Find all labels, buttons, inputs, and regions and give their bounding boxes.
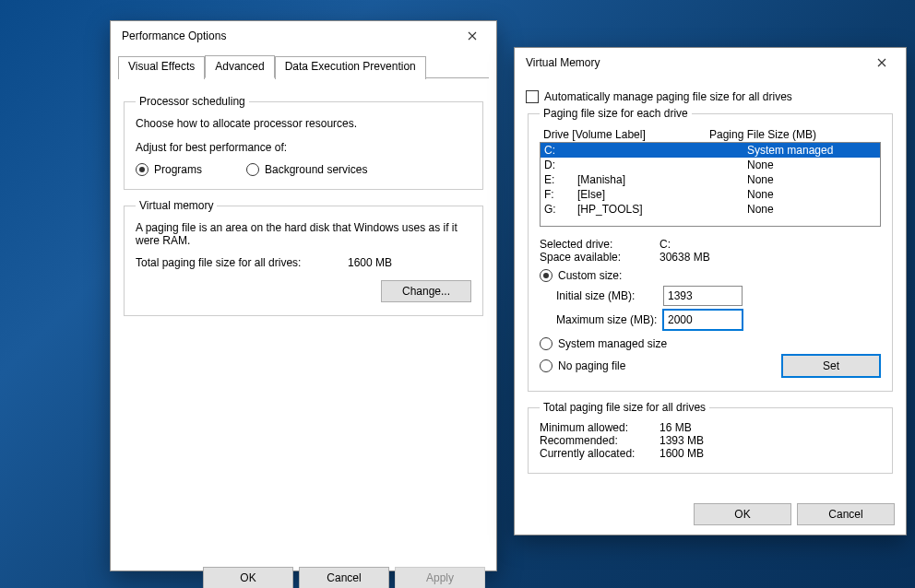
drive-size: None	[747, 158, 876, 172]
drive-size: None	[747, 172, 876, 187]
drive-header-size: Paging File Size (MB)	[709, 128, 877, 141]
drive-letter: F:	[544, 187, 577, 202]
perf-tabs: Visual Effects Advanced Data Execution P…	[118, 54, 489, 78]
radio-programs-label: Programs	[154, 163, 202, 176]
vm-legend: Virtual memory	[136, 199, 217, 212]
radio-programs[interactable]: Programs	[136, 163, 246, 176]
drive-row[interactable]: F:[Else]None	[541, 187, 880, 202]
vm-footer: OK Cancel	[515, 494, 906, 535]
drive-letter: D:	[544, 158, 577, 172]
radio-icon	[540, 269, 553, 282]
radio-icon	[246, 163, 259, 176]
radio-icon	[540, 337, 553, 350]
drive-row[interactable]: G:[HP_TOOLS]None	[541, 202, 880, 217]
tab-advanced[interactable]: Advanced	[205, 55, 274, 78]
radio-background-services[interactable]: Background services	[246, 163, 367, 176]
ok-button[interactable]: OK	[203, 567, 293, 588]
drive-row[interactable]: D:None	[541, 158, 880, 172]
close-icon[interactable]	[454, 23, 491, 49]
drive-label: [Manisha]	[577, 172, 747, 187]
radio-icon	[136, 163, 149, 176]
radio-system-managed[interactable]: System managed size	[540, 337, 881, 350]
initial-size-input[interactable]	[663, 286, 743, 306]
currently-allocated-value: 1600 MB	[660, 447, 704, 460]
cancel-button[interactable]: Cancel	[299, 567, 389, 588]
total-paging-group: Total paging file size for all drives Mi…	[528, 401, 893, 474]
ok-button[interactable]: OK	[694, 503, 791, 525]
radio-custom-size[interactable]: Custom size:	[540, 269, 881, 282]
minimum-value: 16 MB	[660, 421, 692, 434]
vm-title: Virtual Memory	[526, 56, 863, 69]
perf-footer: OK Cancel Apply	[111, 558, 496, 588]
selected-drive-value: C:	[660, 238, 671, 251]
maximum-size-input[interactable]	[663, 310, 743, 330]
vm-desc: A paging file is an area on the hard dis…	[136, 221, 458, 247]
tab-visual-effects[interactable]: Visual Effects	[118, 56, 205, 79]
drive-letter: G:	[544, 202, 577, 217]
drive-label	[577, 158, 747, 172]
total-legend: Total paging file size for all drives	[540, 401, 709, 414]
drive-label: [Else]	[577, 187, 747, 202]
paging-per-drive-group: Paging file size for each drive Drive [V…	[528, 107, 893, 392]
perf-titlebar[interactable]: Performance Options	[111, 21, 496, 51]
drive-size: None	[747, 187, 876, 202]
virtual-memory-group: Virtual memory A paging file is an area …	[124, 199, 483, 316]
custom-size-label: Custom size:	[558, 269, 622, 282]
drive-list[interactable]: C:System managedD:NoneE:[Manisha]NoneF:[…	[540, 142, 881, 227]
drive-row[interactable]: C:System managed	[541, 143, 880, 158]
total-paging-value: 1600 MB	[348, 256, 392, 269]
radio-background-label: Background services	[265, 163, 367, 176]
space-available-value: 30638 MB	[660, 251, 710, 264]
currently-allocated-label: Currently allocated:	[540, 447, 660, 460]
auto-manage-checkbox[interactable]: Automatically manage paging file size fo…	[526, 90, 895, 103]
set-button[interactable]: Set	[781, 354, 881, 378]
perf-title: Performance Options	[122, 29, 454, 42]
system-managed-label: System managed size	[558, 337, 667, 350]
space-available-label: Space available:	[540, 251, 660, 264]
processor-legend: Processor scheduling	[136, 95, 249, 108]
performance-options-dialog: Performance Options Visual Effects Advan…	[110, 20, 497, 571]
recommended-label: Recommended:	[540, 434, 660, 447]
perf-body: Processor scheduling Choose how to alloc…	[111, 78, 496, 558]
paging-legend: Paging file size for each drive	[540, 107, 692, 120]
drive-size: None	[747, 202, 876, 217]
selected-drive-label: Selected drive:	[540, 238, 660, 251]
vm-titlebar[interactable]: Virtual Memory	[515, 48, 906, 77]
radio-no-paging[interactable]: No paging file	[540, 359, 781, 372]
minimum-label: Minimum allowed:	[540, 421, 660, 434]
initial-size-label: Initial size (MB):	[556, 289, 663, 302]
processor-scheduling-group: Processor scheduling Choose how to alloc…	[124, 95, 483, 190]
drive-label	[577, 143, 747, 158]
drive-size: System managed	[747, 143, 876, 158]
drive-letter: E:	[544, 172, 577, 187]
checkbox-icon	[526, 90, 539, 103]
cancel-button[interactable]: Cancel	[797, 503, 895, 525]
processor-desc: Choose how to allocate processor resourc…	[136, 117, 471, 130]
recommended-value: 1393 MB	[660, 434, 704, 447]
virtual-memory-dialog: Virtual Memory Automatically manage pagi…	[514, 47, 907, 535]
close-icon[interactable]	[863, 50, 900, 76]
drive-header-drive: Drive [Volume Label]	[543, 128, 709, 141]
total-paging-label: Total paging file size for all drives:	[136, 256, 348, 269]
drive-row[interactable]: E:[Manisha]None	[541, 172, 880, 187]
auto-manage-label: Automatically manage paging file size fo…	[544, 90, 792, 103]
tab-dep[interactable]: Data Execution Prevention	[275, 56, 426, 79]
radio-icon	[540, 359, 553, 372]
change-button[interactable]: Change...	[381, 280, 471, 302]
apply-button[interactable]: Apply	[395, 567, 485, 588]
adjust-label: Adjust for best performance of:	[136, 141, 471, 154]
no-paging-label: No paging file	[558, 359, 625, 372]
maximum-size-label: Maximum size (MB):	[556, 313, 663, 326]
vm-body: Automatically manage paging file size fo…	[515, 77, 906, 494]
drive-label: [HP_TOOLS]	[577, 202, 747, 217]
drive-letter: C:	[544, 143, 577, 158]
